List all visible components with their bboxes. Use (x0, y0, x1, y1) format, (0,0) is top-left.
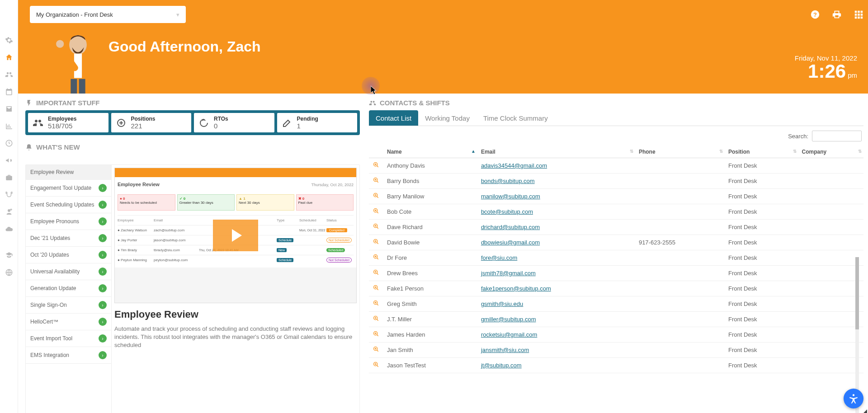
whats-new-header: WHAT'S NEW (25, 143, 360, 151)
globe-icon[interactable] (5, 268, 13, 277)
grad-cap-icon[interactable] (5, 251, 13, 259)
contact-email-link[interactable]: jansmith@siu.com (481, 347, 529, 353)
corner-toggle-icon[interactable] (863, 409, 867, 413)
sort-icon: ⇅ (719, 149, 723, 154)
users-icon[interactable] (5, 70, 13, 79)
contact-email-link[interactable]: dbowiesiu@gmail.com (481, 239, 540, 246)
datetime-display: Friday, Nov 11, 2022 1:26pm (795, 54, 857, 81)
column-header-position[interactable]: Position⇅ (725, 146, 798, 158)
contact-phone (635, 158, 725, 174)
org-selector[interactable]: My Organization - Front Desk ▾ (30, 6, 186, 23)
contact-email-link[interactable]: jt@subitup.com (481, 362, 522, 369)
stat-card[interactable]: Pending1 (277, 113, 358, 132)
whatsnew-item-label: EMS Integration (30, 352, 69, 358)
stat-card[interactable]: RTOs0 (194, 113, 274, 132)
whatsnew-item[interactable]: Employee Pronouns› (26, 213, 111, 230)
calendar-icon[interactable] (5, 88, 13, 96)
magnify-icon[interactable] (373, 346, 380, 353)
contact-company (798, 327, 863, 343)
home-icon[interactable] (5, 53, 13, 61)
contact-phone (635, 174, 725, 189)
stat-card[interactable]: Positions221 (111, 113, 192, 132)
contact-email-link[interactable]: fore@siu.com (481, 254, 517, 261)
contact-email-link[interactable]: bonds@subitup.com (481, 178, 535, 184)
magnify-icon[interactable] (373, 161, 380, 169)
whatsnew-item[interactable]: EMS Integration› (26, 347, 111, 364)
svg-rect-6 (861, 11, 863, 13)
contact-email-link[interactable]: drichard@subitup.com (481, 224, 540, 230)
column-header-name[interactable]: Name▲ (383, 146, 477, 158)
megaphone-icon[interactable] (5, 156, 13, 164)
magnify-icon[interactable] (373, 192, 380, 199)
contact-position: Front Desk (725, 281, 798, 296)
magnify-icon[interactable] (373, 361, 380, 368)
tab-working-today[interactable]: Working Today (418, 110, 476, 126)
contact-email-link[interactable]: gsmith@siu.edu (481, 300, 523, 307)
magnify-icon[interactable] (373, 269, 380, 276)
whatsnew-item[interactable]: Universal Availability› (26, 263, 111, 280)
whatsnew-item[interactable]: Event Import Tool› (26, 330, 111, 347)
contact-email-link[interactable]: bcote@subitup.com (481, 208, 533, 215)
whatsnew-item[interactable]: Generation Update› (26, 280, 111, 297)
magnify-icon[interactable] (373, 284, 380, 291)
chevron-down-icon: ▾ (176, 11, 179, 18)
contact-name: Anthony Davis (383, 158, 477, 174)
contact-email-link[interactable]: fake1person@subitup.com (481, 285, 551, 292)
whatsnew-item[interactable]: Employee Review (26, 165, 111, 180)
cloud-icon[interactable] (5, 225, 13, 233)
stats-bar: Employees518/705Positions221RTOs0Pending… (25, 110, 360, 135)
sort-icon: ⇅ (793, 149, 797, 154)
magnet-icon[interactable] (5, 191, 13, 199)
magnify-icon[interactable] (373, 330, 380, 338)
apps-grid-icon[interactable] (854, 9, 863, 19)
chart-icon[interactable] (5, 122, 13, 130)
stat-card[interactable]: Employees518/705 (28, 113, 108, 132)
whatsnew-item[interactable]: Single Sign-On› (26, 297, 111, 314)
tab-contact-list[interactable]: Contact List (369, 110, 418, 126)
magnify-icon[interactable] (373, 315, 380, 322)
magnify-icon[interactable] (373, 177, 380, 184)
contact-email-link[interactable]: gmiller@subitup.com (481, 316, 536, 323)
org-selector-label: My Organization - Front Desk (36, 11, 113, 18)
contact-position: Front Desk (725, 327, 798, 343)
stat-label: Pending (297, 116, 318, 122)
contact-email-link[interactable]: manilow@subitup.com (481, 193, 540, 200)
accessibility-button[interactable] (844, 389, 863, 408)
mail-icon[interactable] (5, 105, 13, 113)
clock-icon[interactable] (5, 139, 13, 147)
contact-position: Front Desk (725, 220, 798, 235)
column-header-company[interactable]: Company⇅ (798, 146, 863, 158)
whatsnew-item[interactable]: Event Scheduling Updates› (26, 197, 111, 213)
magnify-icon[interactable] (373, 300, 380, 307)
contact-name: Drew Brees (383, 266, 477, 281)
contact-phone (635, 250, 725, 266)
column-header-email[interactable]: Email⇅ (477, 146, 635, 158)
contact-email-link[interactable]: rocketsiu@gmail.com (481, 331, 537, 338)
person-add-icon[interactable] (5, 208, 13, 216)
stat-value: 518/705 (48, 122, 76, 130)
column-header-phone[interactable]: Phone⇅ (635, 146, 725, 158)
magnify-icon[interactable] (373, 207, 380, 215)
contact-company (798, 281, 863, 296)
magnify-icon[interactable] (373, 253, 380, 261)
whatsnew-item-label: Event Import Tool (30, 335, 72, 342)
search-input[interactable] (812, 131, 862, 141)
whatsnew-item[interactable]: Oct '20 Updates› (26, 247, 111, 263)
contact-row: David Bowie dbowiesiu@gmail.com 917-623-… (369, 235, 863, 250)
magnify-icon[interactable] (373, 223, 380, 230)
whatsnew-item[interactable]: Dec '21 Updates› (26, 230, 111, 247)
contact-email-link[interactable]: jsmith78@gmail.com (481, 270, 536, 277)
whatsnew-item[interactable]: Engagement Tool Update› (26, 180, 111, 197)
contact-email-link[interactable]: adavis34544@gmail.com (481, 162, 547, 169)
tab-time-clock-summary[interactable]: Time Clock Summary (476, 110, 555, 126)
contacts-table: Name▲Email⇅Phone⇅Position⇅Company⇅ Antho… (369, 146, 863, 373)
help-icon[interactable]: ? (810, 9, 820, 19)
magnify-icon[interactable] (373, 238, 380, 245)
play-button[interactable] (213, 220, 258, 251)
contact-position: Front Desk (725, 189, 798, 204)
whatsnew-item[interactable]: HelloCert™› (26, 314, 111, 330)
svg-rect-11 (858, 17, 860, 19)
print-icon[interactable] (832, 9, 842, 19)
gear-icon[interactable] (5, 36, 13, 44)
briefcase-icon[interactable] (5, 174, 13, 182)
